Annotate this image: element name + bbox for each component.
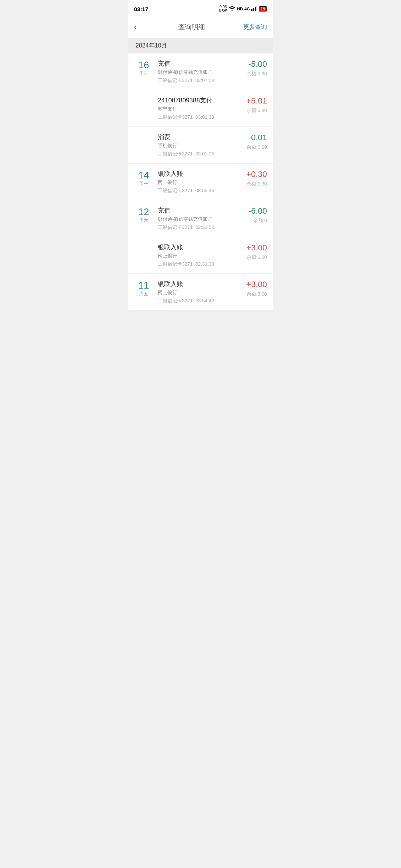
transaction-subtitle: 网上银行 — [158, 289, 229, 296]
transaction-subtitle: 网上银行 — [158, 253, 229, 259]
detail-col: 银联入账 网上银行 工银借记卡3271 08:55:46 — [153, 170, 234, 194]
amount-col: -5.00 余额:0.30 — [234, 59, 267, 77]
transaction-amount: +0.30 — [234, 170, 267, 179]
page-title: 查询明细 — [178, 23, 205, 32]
detail-col: 银联入账 网上银行 工银借记卡3271 23:54:42 — [153, 280, 234, 304]
date-col: 11 周五 — [134, 280, 153, 297]
transaction-title: 银联入账 — [158, 243, 229, 251]
svg-rect-0 — [251, 9, 252, 11]
date-day: 12 — [134, 207, 153, 217]
month-header: 2024年10月 — [128, 38, 273, 53]
detail-col: 充值 财付通-微信零钱充值账户 工银借记卡3271 03:07:08 — [153, 59, 234, 84]
transaction-amount: -5.00 — [234, 59, 267, 69]
transaction-meta: 工银借记卡3271 03:07:08 — [158, 77, 229, 84]
transaction-title: 消费 — [158, 133, 229, 141]
date-weekday: 周一 — [134, 181, 153, 187]
nav-bar: ‹ 查询明细 更多查询 — [128, 16, 273, 38]
amount-col: -6.00 余额:0 — [234, 206, 267, 224]
transaction-title: 银联入账 — [158, 280, 229, 288]
amount-col: +5.01 余额:5.30 — [234, 96, 267, 114]
date-col: 14 周一 — [134, 170, 153, 187]
status-time: 03:17 — [134, 6, 148, 12]
transaction-amount: +3.00 — [234, 243, 267, 253]
amount-col: +3.00 余额:6.00 — [234, 243, 267, 261]
transaction-item[interactable]: 银联入账 网上银行 工银借记卡3271 02:31:38 +3.00 余额:6.… — [128, 237, 273, 274]
transaction-subtitle: 财付通-微信零钱充值账户 — [158, 216, 229, 223]
signal-4g-icon: 4G — [244, 7, 250, 11]
date-col: 16 周三 — [134, 59, 153, 77]
transaction-meta: 工银借记卡3271 02:31:52 — [158, 224, 229, 231]
amount-col: +0.30 余额:0.30 — [234, 170, 267, 187]
transaction-subtitle: 网上银行 — [158, 179, 229, 186]
status-bar: 03:17 0.03KB/S HD 4G 19 — [128, 0, 273, 16]
transaction-item[interactable]: 11 周五 银联入账 网上银行 工银借记卡3271 23:54:42 +3.00… — [128, 274, 273, 310]
transaction-balance: 余额:5.30 — [234, 107, 267, 114]
back-button[interactable]: ‹ — [134, 21, 140, 33]
transaction-balance: 余额:0.30 — [234, 70, 267, 77]
svg-rect-2 — [255, 7, 256, 11]
wifi-icon — [229, 6, 235, 12]
detail-col: 241087809388支付... 苏宁支付 工银借记卡3271 03:01:3… — [153, 96, 234, 121]
date-col: 12 周六 — [134, 206, 153, 224]
transaction-subtitle: 苏宁支付 — [158, 106, 229, 112]
transaction-title: 241087809388支付... — [158, 96, 229, 105]
date-day: 11 — [134, 280, 153, 290]
svg-rect-1 — [253, 8, 254, 11]
transaction-balance: 余额:0.29 — [234, 144, 267, 151]
transaction-item[interactable]: 消费 手机银行 工银借记卡3271 03:01:05 -0.01 余额:0.29 — [128, 127, 273, 164]
transaction-item[interactable]: 16 周三 充值 财付通-微信零钱充值账户 工银借记卡3271 03:07:08… — [128, 53, 273, 90]
signal-bars-icon — [251, 6, 257, 12]
transaction-title: 充值 — [158, 206, 229, 215]
svg-rect-3 — [257, 6, 258, 11]
status-icons: 0.03KB/S HD 4G 19 — [219, 5, 267, 13]
transaction-title: 银联入账 — [158, 170, 229, 178]
transaction-item[interactable]: 14 周一 银联入账 网上银行 工银借记卡3271 08:55:46 +0.30… — [128, 164, 273, 200]
transaction-balance: 余额:0 — [234, 217, 267, 224]
transaction-amount: -6.00 — [234, 206, 267, 216]
transaction-amount: -0.01 — [234, 133, 267, 142]
data-speed-icon: 0.03KB/S — [219, 5, 228, 13]
transaction-subtitle: 财付通-微信零钱充值账户 — [158, 69, 229, 76]
transaction-list: 16 周三 充值 财付通-微信零钱充值账户 工银借记卡3271 03:07:08… — [128, 53, 273, 310]
more-query-button[interactable]: 更多查询 — [243, 23, 267, 31]
transaction-amount: +3.00 — [234, 280, 267, 289]
amount-col: -0.01 余额:0.29 — [234, 133, 267, 151]
date-weekday: 周三 — [134, 70, 153, 77]
transaction-balance: 余额:6.00 — [234, 254, 267, 261]
transaction-meta: 工银借记卡3271 02:31:38 — [158, 261, 229, 267]
transaction-meta: 工银借记卡3271 08:55:46 — [158, 187, 229, 194]
transaction-meta: 工银借记卡3271 03:01:05 — [158, 151, 229, 157]
transaction-meta: 工银借记卡3271 03:01:33 — [158, 114, 229, 121]
date-weekday: 周六 — [134, 217, 153, 224]
date-day: 14 — [134, 170, 153, 180]
transaction-meta: 工银借记卡3271 23:54:42 — [158, 297, 229, 304]
amount-col: +3.00 余额:3.00 — [234, 280, 267, 297]
transaction-amount: +5.01 — [234, 96, 267, 106]
date-weekday: 周五 — [134, 291, 153, 297]
detail-col: 消费 手机银行 工银借记卡3271 03:01:05 — [153, 133, 234, 157]
hd-icon: HD — [237, 7, 243, 11]
transaction-item[interactable]: 12 周六 充值 财付通-微信零钱充值账户 工银借记卡3271 02:31:52… — [128, 200, 273, 237]
date-day: 16 — [134, 60, 153, 70]
transaction-title: 充值 — [158, 59, 229, 68]
transaction-item[interactable]: 241087809388支付... 苏宁支付 工银借记卡3271 03:01:3… — [128, 90, 273, 127]
detail-col: 银联入账 网上银行 工银借记卡3271 02:31:38 — [153, 243, 234, 267]
transaction-balance: 余额:3.00 — [234, 291, 267, 297]
battery-icon: 19 — [259, 6, 267, 11]
transaction-balance: 余额:0.30 — [234, 181, 267, 187]
detail-col: 充值 财付通-微信零钱充值账户 工银借记卡3271 02:31:52 — [153, 206, 234, 231]
transaction-subtitle: 手机银行 — [158, 142, 229, 149]
